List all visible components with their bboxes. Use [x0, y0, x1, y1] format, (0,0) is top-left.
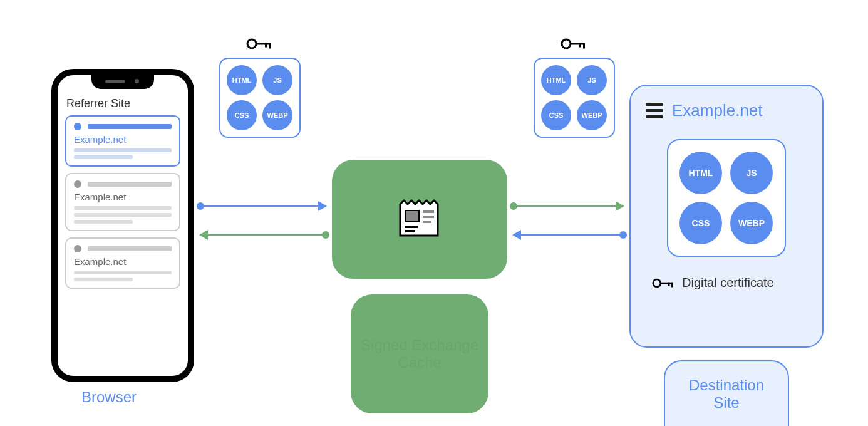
svg-point-14 [653, 279, 661, 286]
signed-package-2: HTML JS CSS WEBP [534, 38, 615, 138]
key-icon [246, 38, 274, 50]
svg-rect-6 [579, 43, 581, 48]
card-line [74, 155, 133, 159]
svg-rect-8 [405, 210, 419, 222]
card-line [74, 220, 133, 224]
card-header [74, 180, 172, 188]
svg-rect-7 [583, 43, 585, 49]
card-sitename: Example.net [74, 256, 172, 267]
svg-point-0 [247, 39, 256, 48]
asset-html: HTML [679, 152, 722, 194]
dest-header: Example.net [646, 101, 807, 120]
card-lines [74, 271, 172, 281]
dest-title: Example.net [672, 101, 763, 120]
arrow-browser-to-cache [200, 205, 326, 207]
card-line [74, 213, 172, 217]
card-dot [74, 245, 81, 252]
key-icon [561, 38, 588, 50]
card-sitename: Example.net [74, 134, 172, 145]
referrer-site-title: Referrer Site [65, 97, 180, 110]
card-lines [74, 206, 172, 224]
svg-rect-13 [405, 230, 415, 232]
card-line [74, 278, 133, 281]
asset-html: HTML [227, 65, 257, 95]
svg-rect-2 [265, 43, 267, 48]
asset-js: JS [577, 65, 607, 95]
card-sitename: Example.net [74, 192, 172, 202]
card-dot [74, 123, 81, 130]
result-card: Example.net [65, 173, 180, 231]
svg-rect-1 [256, 43, 270, 45]
browser-label: Browser [81, 388, 137, 406]
arrow-cache-to-dest [514, 205, 623, 207]
svg-rect-3 [269, 43, 271, 49]
card-header [74, 245, 172, 252]
phone-content: Referrer Site Example.net Example.net [58, 75, 188, 303]
phone-notch [91, 74, 154, 89]
svg-rect-16 [668, 282, 670, 286]
svg-rect-9 [423, 210, 434, 213]
card-titlebar [88, 182, 172, 187]
card-dot [74, 180, 81, 188]
asset-webp: WEBP [730, 202, 773, 244]
svg-rect-12 [405, 226, 418, 228]
svg-rect-11 [423, 221, 431, 223]
svg-point-4 [562, 39, 571, 48]
card-lines [74, 148, 172, 159]
newspaper-icon [398, 199, 442, 239]
certificate-label: Digital certificate [682, 276, 774, 290]
card-header [74, 123, 172, 130]
svg-rect-17 [671, 282, 673, 287]
asset-webp: WEBP [577, 100, 607, 130]
asset-html: HTML [541, 65, 571, 95]
asset-webp: WEBP [262, 100, 292, 130]
key-icon [652, 278, 676, 289]
result-card: Example.net [65, 237, 180, 289]
cache-label: Signed Exchange Cache [351, 294, 488, 413]
asset-box: HTML JS CSS WEBP [219, 58, 301, 138]
asset-box: HTML JS CSS WEBP [534, 58, 615, 138]
menu-icon [646, 103, 663, 118]
asset-js: JS [730, 152, 773, 194]
card-line [74, 206, 172, 210]
certificate-row: Digital certificate [646, 276, 807, 290]
signed-exchange-cache [332, 160, 507, 279]
dest-asset-box: HTML JS CSS WEBP [667, 139, 786, 257]
svg-rect-5 [571, 43, 584, 45]
arrow-dest-to-cache [514, 234, 623, 236]
asset-css: CSS [541, 100, 571, 130]
asset-css: CSS [679, 202, 722, 244]
card-titlebar [88, 124, 172, 129]
svg-rect-10 [423, 216, 434, 218]
destination-site: Example.net HTML JS CSS WEBP Digital cer… [629, 85, 824, 348]
svg-rect-15 [661, 282, 673, 284]
signed-package-1: HTML JS CSS WEBP [219, 38, 301, 138]
card-line [74, 148, 172, 152]
asset-js: JS [262, 65, 292, 95]
asset-css: CSS [227, 100, 257, 130]
destination-label: Destination Site [664, 360, 789, 426]
browser-phone: Referrer Site Example.net Example.net [51, 69, 194, 382]
arrow-cache-to-browser [200, 234, 326, 236]
card-titlebar [88, 246, 172, 251]
result-card-selected: Example.net [65, 115, 180, 167]
card-line [74, 271, 172, 274]
